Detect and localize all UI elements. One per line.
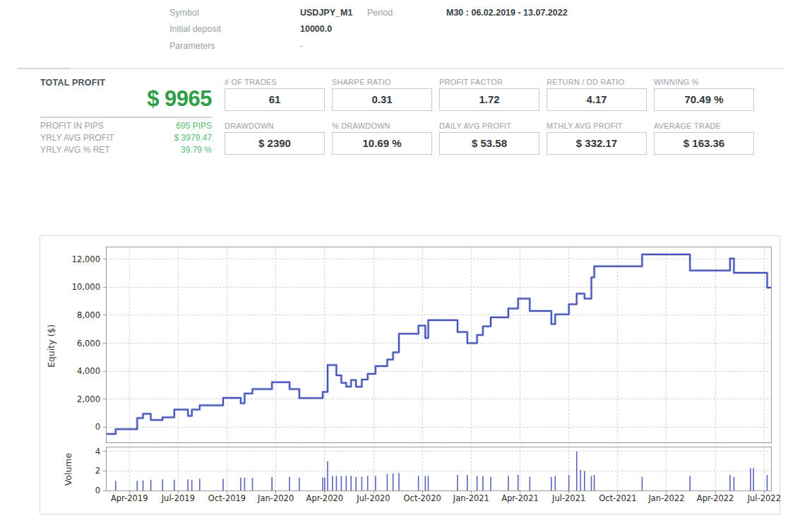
stat-label: # OF TRADES <box>225 78 325 86</box>
stat-value-box: 4.17 <box>547 88 647 111</box>
header-separator-accent <box>18 68 71 69</box>
total-profit-underline <box>40 117 212 118</box>
summary-row-value: $ 3979.47 <box>174 133 212 143</box>
stat-value-box: $ 163.36 <box>654 132 754 155</box>
symbol-value: USDJPY_M1 <box>300 6 352 18</box>
stat-label: DRAWDOWN <box>225 122 325 130</box>
stat-value-box: $ 53.58 <box>439 132 539 155</box>
total-profit-value: $ 9965 <box>40 86 212 112</box>
summary-row-label: YRLY AVG % RET <box>40 145 110 155</box>
x-tick-label: Jan-2020 <box>257 493 294 503</box>
initial-deposit-value: 10000.0 <box>300 22 332 35</box>
symbol-label-text: Symbol <box>169 8 199 18</box>
y-tick-label: 0 <box>95 486 100 495</box>
period-label: Period <box>367 6 393 18</box>
x-tick-label: Oct-2019 <box>208 493 246 503</box>
summary-row-label: YRLY AVG PROFIT <box>40 133 114 143</box>
parameters-label-text: Parameters <box>169 41 215 51</box>
stat-value-box: 0.31 <box>332 88 432 111</box>
period-value: M30 : 06.02.2019 - 13.07.2022 <box>446 6 568 18</box>
x-tick-label: Jan-2022 <box>647 493 684 503</box>
stat-value-box: 61 <box>225 88 325 111</box>
x-tick-label: Apr-2020 <box>306 493 344 503</box>
period-value-text: M30 : 06.02.2019 - 13.07.2022 <box>446 8 568 18</box>
header-separator <box>18 68 784 69</box>
summary-row-value: 695 PIPS <box>176 121 212 131</box>
stat-cell: SHARPE RATIO0.31 <box>332 78 432 111</box>
summary-row-label: PROFIT IN PIPS <box>40 121 104 131</box>
stat-value-box: 70.49 % <box>654 88 754 111</box>
stat-label: MTHLY AVG PROFIT <box>547 122 647 130</box>
x-tick-label: Oct-2020 <box>404 493 441 503</box>
stat-cell: % DRAWDOWN10.69 % <box>332 122 432 155</box>
x-tick-label: Apr-2022 <box>697 493 734 503</box>
y-tick-label: 4,000 <box>77 366 100 376</box>
y-tick-label: 8,000 <box>77 310 100 320</box>
parameters-label: Parameters <box>169 39 215 52</box>
stat-value-box: 10.69 % <box>332 132 432 155</box>
y-tick-label: 10,000 <box>72 282 100 292</box>
x-tick-label: Jul-2021 <box>551 493 585 503</box>
parameters-value-text: - <box>300 41 303 51</box>
initial-deposit-label-text: Initial deposit <box>169 24 221 34</box>
plot-border <box>106 247 771 442</box>
stat-cell: DRAWDOWN$ 2390 <box>225 122 325 155</box>
symbol-value-text: USDJPY_M1 <box>300 8 352 18</box>
equity-chart-svg: 02,0004,0006,0008,00010,00012,000024Apr-… <box>40 236 780 514</box>
x-tick-label: Jan-2021 <box>453 493 489 503</box>
summary-row: YRLY AVG PROFIT$ 3979.47 <box>40 133 212 145</box>
symbol-label: Symbol <box>169 6 199 18</box>
stat-label: SHARPE RATIO <box>332 78 432 86</box>
equity-axis-label: Equity ($) <box>46 324 56 368</box>
parameters-value: - <box>300 39 303 52</box>
stat-cell: PROFIT FACTOR1.72 <box>439 78 539 111</box>
x-tick-label: Jul-2019 <box>161 493 195 503</box>
stats-grid: # OF TRADES61SHARPE RATIO0.31PROFIT FACT… <box>225 78 756 155</box>
volume-axis-label: Volume <box>63 452 73 486</box>
summary-row-value: 39.79 % <box>181 145 212 155</box>
stat-value-box: 1.72 <box>439 88 539 111</box>
equity-chart-panel: 02,0004,0006,0008,00010,00012,000024Apr-… <box>40 235 780 515</box>
initial-deposit-value-text: 10000.0 <box>300 24 332 34</box>
stat-cell: WINNING %70.49 % <box>654 78 754 111</box>
y-tick-label: 0 <box>95 422 100 432</box>
y-tick-label: 2,000 <box>77 394 100 404</box>
x-tick-label: Oct-2021 <box>599 493 636 503</box>
stat-label: PROFIT FACTOR <box>439 78 539 86</box>
y-tick-label: 2 <box>95 466 100 476</box>
stat-cell: # OF TRADES61 <box>225 78 325 111</box>
x-tick-label: Jul-2020 <box>356 493 390 503</box>
stat-cell: MTHLY AVG PROFIT$ 332.17 <box>547 122 647 155</box>
stat-cell: RETURN / DD RATIO4.17 <box>547 78 647 111</box>
summary-row: PROFIT IN PIPS695 PIPS <box>40 121 212 133</box>
stat-label: AVERAGE TRADE <box>654 122 754 130</box>
stat-cell: DAILY AVG PROFIT$ 53.58 <box>439 122 539 155</box>
stat-value-box: $ 332.17 <box>547 132 647 155</box>
equity-line <box>106 254 771 434</box>
equity-line-halo <box>106 254 771 434</box>
plot-border <box>106 447 771 490</box>
stat-cell: AVERAGE TRADE$ 163.36 <box>654 122 754 155</box>
initial-deposit-label: Initial deposit <box>169 22 221 35</box>
period-label-text: Period <box>367 8 393 18</box>
stat-label: WINNING % <box>654 78 754 86</box>
y-tick-label: 12,000 <box>72 254 100 264</box>
stat-label: DAILY AVG PROFIT <box>439 122 539 130</box>
y-tick-label: 6,000 <box>77 339 100 348</box>
stat-label: % DRAWDOWN <box>332 122 432 130</box>
x-tick-label: Apr-2021 <box>501 493 539 503</box>
x-tick-label: Apr-2019 <box>111 493 148 503</box>
y-tick-label: 4 <box>95 447 100 457</box>
x-tick-label: Jul-2022 <box>747 493 781 503</box>
summary-row: YRLY AVG % RET39.79 % <box>40 145 212 157</box>
stat-value-box: $ 2390 <box>225 132 325 155</box>
stat-label: RETURN / DD RATIO <box>547 78 647 86</box>
